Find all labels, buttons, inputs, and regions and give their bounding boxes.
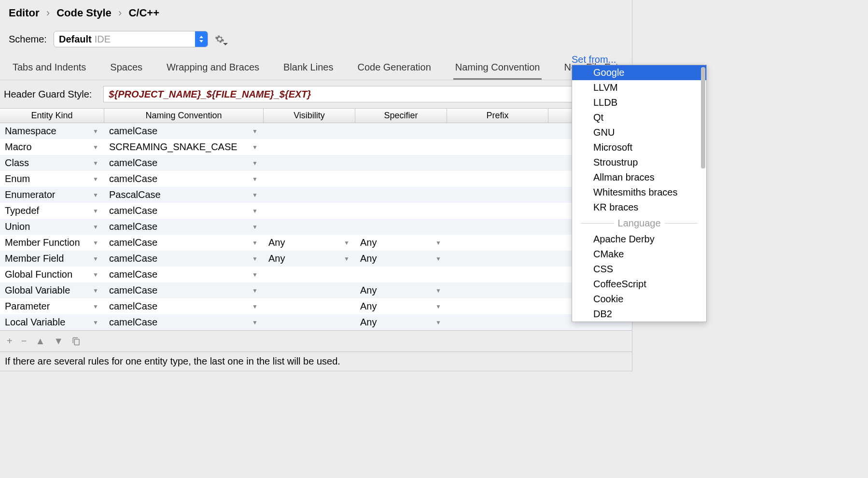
remove-icon[interactable]: − bbox=[21, 336, 27, 347]
cell-prefix[interactable] bbox=[447, 203, 548, 219]
tab-tabs-and-indents[interactable]: Tabs and Indents bbox=[11, 57, 88, 80]
cell-naming[interactable]: camelCase▼ bbox=[104, 235, 264, 251]
table-row[interactable]: Global Function▼camelCase▼ bbox=[0, 267, 632, 282]
updown-icon[interactable] bbox=[195, 31, 208, 47]
dropdown-item-qt[interactable]: Qt bbox=[572, 110, 706, 125]
cell-naming[interactable]: PascalCase▼ bbox=[104, 187, 264, 203]
cell-prefix[interactable] bbox=[447, 282, 548, 298]
tab-wrapping-and-braces[interactable]: Wrapping and Braces bbox=[165, 57, 261, 80]
cell-visibility[interactable] bbox=[264, 314, 355, 330]
tab-spaces[interactable]: Spaces bbox=[108, 57, 144, 80]
cell-prefix[interactable] bbox=[447, 314, 548, 330]
cell-naming[interactable]: camelCase▼ bbox=[104, 314, 264, 330]
dropdown-item-css[interactable]: CSS bbox=[572, 262, 706, 277]
cell-naming[interactable]: camelCase▼ bbox=[104, 171, 264, 187]
copy-icon[interactable] bbox=[72, 337, 81, 346]
cell-specifier[interactable]: Any▼ bbox=[355, 314, 447, 330]
cell-entity[interactable]: Member Field▼ bbox=[0, 251, 104, 267]
cell-entity[interactable]: Namespace▼ bbox=[0, 123, 104, 139]
cell-visibility[interactable] bbox=[264, 219, 355, 235]
cell-prefix[interactable] bbox=[447, 235, 548, 251]
table-row[interactable]: Member Function▼camelCase▼Any▼Any▼ bbox=[0, 235, 632, 251]
cell-visibility[interactable]: Any▼ bbox=[264, 235, 355, 251]
cell-specifier[interactable]: Any▼ bbox=[355, 251, 447, 267]
cell-specifier[interactable] bbox=[355, 203, 447, 219]
cell-specifier[interactable]: Any▼ bbox=[355, 282, 447, 298]
cell-specifier[interactable] bbox=[355, 267, 447, 282]
dropdown-item-cmake[interactable]: CMake bbox=[572, 247, 706, 262]
cell-visibility[interactable]: Any▼ bbox=[264, 251, 355, 267]
dropdown-item-whitesmiths-braces[interactable]: Whitesmiths braces bbox=[572, 185, 706, 200]
cell-prefix[interactable] bbox=[447, 219, 548, 235]
cell-prefix[interactable] bbox=[447, 123, 548, 139]
cell-entity[interactable]: Global Variable▼ bbox=[0, 282, 104, 298]
dropdown-item-gnu[interactable]: GNU bbox=[572, 125, 706, 140]
table-row[interactable]: Local Variable▼camelCase▼Any▼ bbox=[0, 314, 632, 330]
cell-naming[interactable]: camelCase▼ bbox=[104, 203, 264, 219]
dropdown-item-stroustrup[interactable]: Stroustrup bbox=[572, 155, 706, 170]
dropdown-item-allman-braces[interactable]: Allman braces bbox=[572, 170, 706, 185]
cell-entity[interactable]: Local Variable▼ bbox=[0, 314, 104, 330]
cell-prefix[interactable] bbox=[447, 251, 548, 267]
cell-naming[interactable]: camelCase▼ bbox=[104, 282, 264, 298]
cell-entity[interactable]: Class▼ bbox=[0, 155, 104, 171]
cell-naming[interactable]: camelCase▼ bbox=[104, 155, 264, 171]
dropdown-item-kr-braces[interactable]: KR braces bbox=[572, 200, 706, 215]
tab-code-generation[interactable]: Code Generation bbox=[355, 57, 433, 80]
crumb-c-cpp[interactable]: C/C++ bbox=[128, 7, 159, 19]
scrollbar[interactable] bbox=[701, 67, 705, 169]
cell-naming[interactable]: camelCase▼ bbox=[104, 298, 264, 314]
cell-entity[interactable]: Enumerator▼ bbox=[0, 187, 104, 203]
header-guard-input[interactable] bbox=[103, 86, 628, 102]
cell-specifier[interactable] bbox=[355, 139, 447, 155]
table-row[interactable]: Enum▼camelCase▼ bbox=[0, 171, 632, 187]
cell-prefix[interactable] bbox=[447, 298, 548, 314]
dropdown-item-coffeescript[interactable]: CoffeeScript bbox=[572, 277, 706, 292]
cell-specifier[interactable] bbox=[355, 187, 447, 203]
th-naming[interactable]: Naming Convention bbox=[104, 109, 264, 123]
cell-visibility[interactable] bbox=[264, 267, 355, 282]
cell-entity[interactable]: Typedef▼ bbox=[0, 203, 104, 219]
dropdown-item-llvm[interactable]: LLVM bbox=[572, 80, 706, 95]
cell-naming[interactable]: camelCase▼ bbox=[104, 123, 264, 139]
cell-naming[interactable]: camelCase▼ bbox=[104, 251, 264, 267]
cell-prefix[interactable] bbox=[447, 187, 548, 203]
dropdown-item-db-[interactable]: DB2 bbox=[572, 307, 706, 322]
cell-naming[interactable]: camelCase▼ bbox=[104, 267, 264, 282]
dropdown-item-google[interactable]: Google bbox=[572, 65, 706, 80]
dropdown-item-cookie[interactable]: Cookie bbox=[572, 292, 706, 307]
cell-specifier[interactable] bbox=[355, 123, 447, 139]
cell-visibility[interactable] bbox=[264, 187, 355, 203]
cell-prefix[interactable] bbox=[447, 155, 548, 171]
cell-visibility[interactable] bbox=[264, 123, 355, 139]
crumb-editor[interactable]: Editor bbox=[9, 7, 40, 19]
table-row[interactable]: Typedef▼camelCase▼ bbox=[0, 203, 632, 219]
th-entity[interactable]: Entity Kind bbox=[0, 109, 104, 123]
cell-prefix[interactable] bbox=[447, 139, 548, 155]
dropdown-item-apache-derby[interactable]: Apache Derby bbox=[572, 232, 706, 247]
cell-visibility[interactable] bbox=[264, 298, 355, 314]
gear-icon[interactable] bbox=[215, 34, 224, 44]
dropdown-item-lldb[interactable]: LLDB bbox=[572, 95, 706, 110]
table-row[interactable]: Namespace▼camelCase▼ bbox=[0, 123, 632, 139]
th-prefix[interactable]: Prefix bbox=[447, 109, 548, 123]
cell-specifier[interactable]: Any▼ bbox=[355, 298, 447, 314]
cell-specifier[interactable]: Any▼ bbox=[355, 235, 447, 251]
cell-entity[interactable]: Member Function▼ bbox=[0, 235, 104, 251]
scheme-select[interactable]: Default IDE bbox=[54, 31, 208, 47]
cell-prefix[interactable] bbox=[447, 171, 548, 187]
cell-entity[interactable]: Enum▼ bbox=[0, 171, 104, 187]
cell-visibility[interactable] bbox=[264, 203, 355, 219]
cell-entity[interactable]: Macro▼ bbox=[0, 139, 104, 155]
cell-visibility[interactable] bbox=[264, 139, 355, 155]
table-row[interactable]: Parameter▼camelCase▼Any▼ bbox=[0, 298, 632, 314]
dropdown-item-microsoft[interactable]: Microsoft bbox=[572, 140, 706, 155]
move-down-icon[interactable]: ▼ bbox=[54, 336, 63, 347]
th-specifier[interactable]: Specifier bbox=[355, 109, 447, 123]
move-up-icon[interactable]: ▲ bbox=[35, 336, 45, 347]
cell-visibility[interactable] bbox=[264, 282, 355, 298]
table-row[interactable]: Member Field▼camelCase▼Any▼Any▼ bbox=[0, 251, 632, 267]
cell-prefix[interactable] bbox=[447, 267, 548, 282]
cell-specifier[interactable] bbox=[355, 171, 447, 187]
tab-naming-convention[interactable]: Naming Convention bbox=[453, 57, 542, 80]
